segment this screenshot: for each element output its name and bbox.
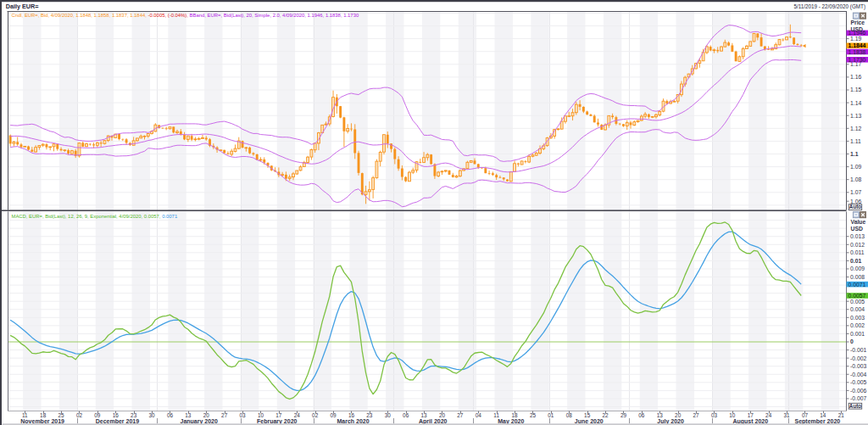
svg-text:November 2019: November 2019: [20, 418, 64, 424]
svg-text:01: 01: [548, 412, 554, 418]
svg-text:06: 06: [403, 412, 409, 418]
svg-text:30: 30: [149, 412, 156, 418]
svg-text:Auto: Auto: [849, 204, 861, 210]
svg-text:-0.006: -0.006: [850, 388, 866, 394]
svg-text:1.1730: 1.1730: [849, 57, 866, 63]
svg-text:06: 06: [167, 412, 174, 418]
svg-text:27: 27: [221, 412, 228, 418]
svg-text:-0.002: -0.002: [850, 355, 866, 361]
svg-text:1.1838: 1.1838: [849, 49, 866, 55]
svg-text:Daily EUR=: Daily EUR=: [6, 3, 39, 10]
svg-text:USD: USD: [851, 226, 863, 232]
svg-text:25: 25: [530, 412, 537, 418]
svg-text:0.0071: 0.0071: [849, 282, 866, 288]
svg-text:June 2020: June 2020: [575, 418, 604, 424]
svg-text:31: 31: [784, 412, 791, 418]
svg-text:1.1844: 1.1844: [849, 42, 866, 48]
svg-text:0.01: 0.01: [850, 258, 861, 264]
svg-text:0.001: 0.001: [850, 331, 865, 337]
svg-text:1.09: 1.09: [850, 164, 861, 170]
svg-text:-0.005: -0.005: [850, 379, 866, 385]
svg-text:-0.003: -0.003: [850, 363, 866, 369]
svg-text:0.008: 0.008: [850, 274, 865, 280]
svg-text:09: 09: [331, 412, 337, 418]
svg-text:5/11/2019 - 22/09/2020 (GMT): 5/11/2019 - 22/09/2020 (GMT): [793, 3, 865, 10]
svg-text:02: 02: [312, 412, 319, 418]
svg-text:0.002: 0.002: [850, 322, 865, 328]
svg-text:1.16: 1.16: [850, 74, 861, 80]
svg-text:December 2019: December 2019: [96, 418, 139, 424]
svg-text:0.011: 0.011: [850, 249, 865, 255]
svg-text:27: 27: [457, 412, 464, 418]
svg-text:0.012: 0.012: [850, 242, 865, 248]
svg-text:0.0057: 0.0057: [849, 293, 866, 299]
svg-text:1.13: 1.13: [850, 113, 861, 119]
svg-text:1.15: 1.15: [850, 87, 861, 92]
svg-text:-0.001: -0.001: [850, 347, 866, 353]
svg-text:-0.004: -0.004: [850, 372, 866, 377]
svg-text:1.14: 1.14: [850, 100, 861, 106]
svg-text:30: 30: [385, 412, 392, 418]
svg-text:Value: Value: [851, 219, 866, 225]
svg-text:1.1: 1.1: [850, 151, 859, 157]
svg-text:06: 06: [638, 412, 645, 418]
svg-text:MACD, EUR=, Bid(Last), 12, 26: MACD, EUR=, Bid(Last), 12, 26, 9, Expone…: [12, 214, 178, 219]
svg-text:1.12: 1.12: [850, 126, 861, 131]
svg-text:02: 02: [76, 412, 83, 418]
svg-text:27: 27: [693, 412, 700, 418]
svg-text:1.07: 1.07: [850, 189, 861, 195]
svg-text:Price: Price: [851, 20, 865, 25]
svg-text:0.004: 0.004: [850, 306, 865, 312]
svg-text:03: 03: [711, 412, 718, 418]
svg-text:USD: USD: [851, 26, 863, 32]
svg-text:0.009: 0.009: [850, 266, 865, 271]
svg-text:0.003: 0.003: [850, 315, 865, 321]
svg-text:0.013: 0.013: [850, 233, 865, 239]
svg-text:-0.007: -0.007: [850, 395, 866, 401]
svg-text:1.19: 1.19: [850, 36, 861, 42]
svg-text:29: 29: [620, 412, 627, 418]
svg-text:1.08: 1.08: [850, 176, 861, 182]
svg-text:03: 03: [240, 412, 247, 418]
svg-text:1.11: 1.11: [850, 138, 861, 144]
svg-text:March 2020: March 2020: [337, 418, 370, 424]
svg-text:0: 0: [850, 338, 854, 344]
svg-text:Cndl, EUR=, Bid, 4/09/2020, 1.: Cndl, EUR=, Bid, 4/09/2020, 1.1848, 1.18…: [12, 13, 359, 18]
svg-text:Auto: Auto: [849, 403, 861, 409]
svg-text:0.005: 0.005: [850, 299, 865, 305]
svg-text:04: 04: [476, 412, 482, 418]
svg-text:08: 08: [566, 412, 573, 418]
